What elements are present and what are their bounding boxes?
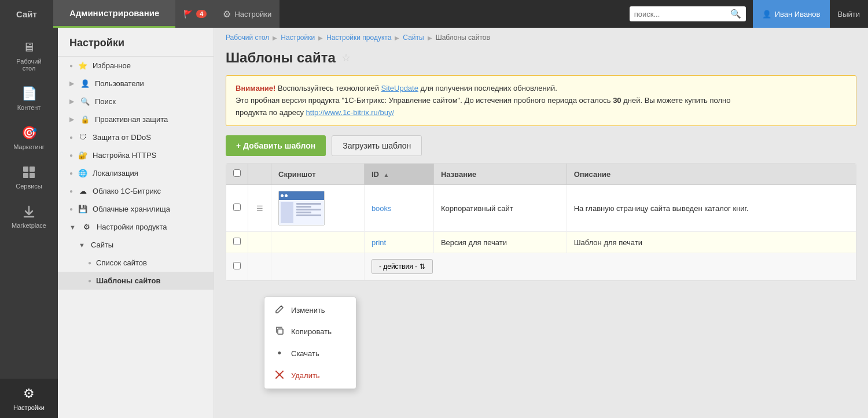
row1-id-link[interactable]: books bbox=[372, 204, 392, 213]
sidebar-item-desktop[interactable]: 🖥 Рабочийстол bbox=[0, 32, 58, 79]
sidebar-nav-title: Настройки bbox=[58, 28, 214, 57]
row1-id-cell: books bbox=[364, 185, 433, 232]
ctx-edit[interactable]: Изменить bbox=[264, 299, 356, 321]
arrow-down-icon-2: ▼ bbox=[79, 242, 85, 249]
nav-label-site-templates: Шаблоны сайтов bbox=[96, 276, 160, 285]
edit-icon bbox=[274, 305, 285, 316]
ctx-delete[interactable]: Удалить bbox=[264, 365, 356, 386]
sidebar-item-settings-label: Настройки bbox=[13, 404, 45, 411]
nav-label-sites: Сайты bbox=[91, 241, 113, 249]
admin-tab[interactable]: Администрирование bbox=[53, 0, 175, 28]
favorite-star-icon[interactable]: ☆ bbox=[341, 51, 351, 64]
nav-label-product-settings: Настройки продукта bbox=[97, 223, 167, 231]
nav-label-ddos: Защита от DDoS bbox=[93, 133, 151, 142]
actions-checkbox[interactable] bbox=[233, 262, 241, 269]
nav-item-ddos[interactable]: ● 🛡 Защита от DDoS bbox=[58, 128, 214, 146]
table-actions-row: - действия - ⇅ bbox=[226, 253, 856, 280]
nav-item-cloud-storage[interactable]: ● 💾 Облачные хранилища bbox=[58, 200, 214, 218]
nav-item-site-templates[interactable]: ● Шаблоны сайтов bbox=[58, 272, 214, 290]
bullet-icon-4: ● bbox=[69, 170, 73, 176]
delete-icon bbox=[274, 370, 285, 381]
add-template-button[interactable]: + Добавить шаблон bbox=[226, 135, 326, 156]
context-menu: Изменить Копировать • Скачать Удалить bbox=[264, 297, 356, 389]
sidebar-item-marketplace[interactable]: Marketplace bbox=[0, 197, 58, 236]
upload-template-button[interactable]: Загрузить шаблон bbox=[332, 135, 422, 156]
download-icon: • bbox=[274, 347, 285, 360]
ctx-download[interactable]: • Скачать bbox=[264, 342, 356, 365]
notifications-button[interactable]: 🚩 4 bbox=[175, 0, 215, 28]
row2-checkbox[interactable] bbox=[233, 238, 241, 245]
nav-item-https[interactable]: ● 🔐 Настройка HTTPS bbox=[58, 146, 214, 164]
arrow-icon-2: ▶ bbox=[69, 98, 74, 105]
sidebar-item-content[interactable]: 📄 Контент bbox=[0, 79, 58, 118]
breadcrumb-sep-2: ▶ bbox=[318, 35, 323, 41]
table-row: print Версия для печати Шаблон для печат… bbox=[226, 232, 856, 253]
bullet-icon-8: ● bbox=[88, 278, 91, 284]
nav-item-localization[interactable]: ● 🌐 Локализация bbox=[58, 164, 214, 182]
logout-button[interactable]: Выйти bbox=[830, 0, 869, 28]
th-id[interactable]: ID ▲ bbox=[364, 164, 433, 185]
row2-description-cell: Шаблон для печати bbox=[567, 232, 856, 253]
drag-icon[interactable]: ☰ bbox=[256, 204, 263, 213]
siteupdate-link[interactable]: SiteUpdate bbox=[381, 84, 418, 93]
row1-name-cell: Корпоративный сайт bbox=[433, 185, 567, 232]
user-menu[interactable]: 👤 Иван Иванов bbox=[753, 0, 830, 28]
sidebar-nav: Настройки ● ⭐ Избранное ▶ 👤 Пользователи… bbox=[58, 28, 214, 418]
actions-empty-1 bbox=[271, 253, 365, 280]
copy-icon bbox=[274, 326, 285, 337]
ctx-copy[interactable]: Копировать bbox=[264, 321, 356, 342]
sidebar-item-services[interactable]: Сервисы bbox=[0, 157, 58, 197]
nav-label-cloud: Облако 1С-Битрикс bbox=[93, 187, 161, 195]
nav-label-proactive: Проактивная защита bbox=[95, 115, 168, 124]
breadcrumb-sep-4: ▶ bbox=[428, 35, 432, 41]
sidebar-item-marketing[interactable]: 🎯 Маркетинг bbox=[0, 118, 58, 157]
select-all-checkbox[interactable] bbox=[233, 169, 241, 177]
bullet-icon-5: ● bbox=[69, 188, 73, 194]
buy-link[interactable]: http://www.1c-bitrix.ru/buy/ bbox=[306, 108, 394, 117]
th-description: Описание bbox=[567, 164, 856, 185]
page-title: Шаблоны сайта bbox=[226, 50, 336, 66]
content-icon: 📄 bbox=[21, 86, 37, 102]
breadcrumb-current: Шаблоны сайтов bbox=[436, 34, 490, 42]
nav-item-cloud[interactable]: ● ☁ Облако 1С-Битрикс bbox=[58, 182, 214, 200]
nav-item-sites[interactable]: ▼ Сайты bbox=[58, 236, 214, 254]
alert-title: Внимание! bbox=[236, 84, 278, 93]
ctx-delete-label: Удалить bbox=[291, 371, 320, 380]
nav-item-search[interactable]: ▶ 🔍 Поиск bbox=[58, 93, 214, 110]
settings-nav-button[interactable]: ⚙ Настройки bbox=[215, 0, 279, 28]
breadcrumb-product-settings[interactable]: Настройки продукта bbox=[326, 34, 391, 42]
alert-body-3: Это пробная версия продукта "1С-Битрикс:… bbox=[236, 96, 613, 105]
search-bar: 🔍 bbox=[630, 6, 746, 21]
bullet-icon-6: ● bbox=[69, 206, 73, 212]
nav-item-users[interactable]: ▶ 👤 Пользователи bbox=[58, 75, 214, 93]
row1-checkbox[interactable] bbox=[233, 204, 241, 211]
actions-drag-cell bbox=[248, 253, 271, 280]
nav-item-proactive[interactable]: ▶ 🔒 Проактивная защита bbox=[58, 110, 214, 128]
sidebar-item-settings[interactable]: ⚙ Настройки bbox=[0, 379, 58, 418]
nav-item-sites-list[interactable]: ● Список сайтов bbox=[58, 254, 214, 272]
breadcrumb-sep-1: ▶ bbox=[273, 35, 277, 41]
nav-item-favorites[interactable]: ● ⭐ Избранное bbox=[58, 57, 214, 75]
alert-box: Внимание! Воспользуйтесь технологией Sit… bbox=[226, 75, 856, 126]
globe-icon: 🌐 bbox=[78, 169, 88, 177]
row2-id-link[interactable]: print bbox=[372, 238, 386, 247]
breadcrumb-settings[interactable]: Настройки bbox=[281, 34, 315, 42]
breadcrumb-desktop[interactable]: Рабочий стол bbox=[226, 34, 269, 42]
top-navigation: Сайт Администрирование 🚩 4 ⚙ Настройки 🔍… bbox=[0, 0, 868, 28]
bullet-icon: ● bbox=[69, 62, 73, 69]
settings-nav-label: Настройки bbox=[234, 10, 271, 19]
desktop-icon: 🖥 bbox=[21, 39, 37, 56]
th-name: Название bbox=[433, 164, 567, 185]
search-input[interactable] bbox=[634, 10, 727, 19]
row1-description-cell: На главную страницу сайта выведен катало… bbox=[567, 185, 856, 232]
alert-body-4: дней. Вы можете купить полно bbox=[623, 96, 730, 105]
breadcrumb-sep-3: ▶ bbox=[395, 35, 399, 41]
sort-icon: ▲ bbox=[384, 172, 389, 178]
table-header-row: Скриншот ID ▲ Название Описание bbox=[226, 164, 856, 185]
breadcrumb-sites[interactable]: Сайты bbox=[403, 34, 424, 42]
row1-drag-cell: ☰ bbox=[248, 185, 271, 232]
admin-tab-label: Администрирование bbox=[69, 8, 159, 18]
bulk-actions-button[interactable]: - действия - ⇅ bbox=[372, 259, 433, 274]
site-tab[interactable]: Сайт bbox=[0, 0, 53, 28]
nav-item-product-settings[interactable]: ▼ ⚙ Настройки продукта bbox=[58, 218, 214, 236]
